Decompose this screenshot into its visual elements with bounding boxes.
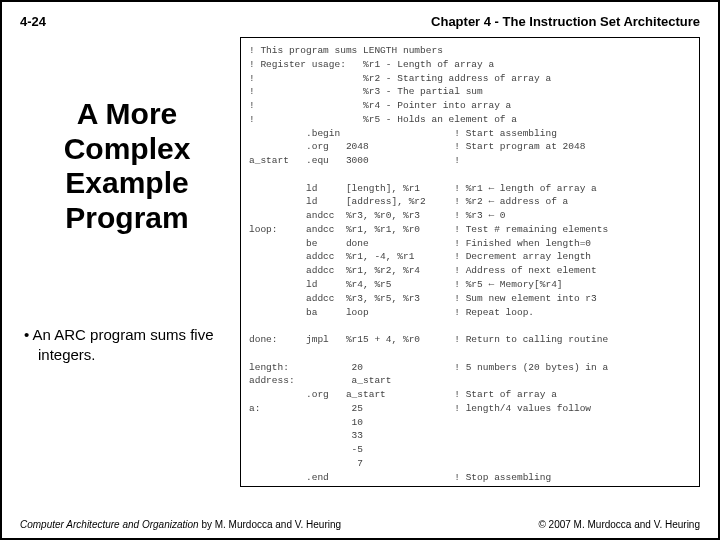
content-row: A More Complex Example Program An ARC pr… [20, 37, 700, 487]
title-line-2: Complex [64, 132, 191, 165]
page-number: 4-24 [20, 14, 46, 29]
title-line-1: A More [77, 97, 178, 130]
slide-frame: 4-24 Chapter 4 - The Instruction Set Arc… [0, 0, 720, 540]
book-authors: by M. Murdocca and V. Heuring [199, 519, 341, 530]
footer-copyright: © 2007 M. Murdocca and V. Heuring [538, 519, 700, 530]
title-line-4: Program [65, 201, 188, 234]
bullet-point: An ARC program sums five integers. [24, 325, 230, 364]
code-listing: ! This program sums LENGTH numbers ! Reg… [240, 37, 700, 487]
slide-header: 4-24 Chapter 4 - The Instruction Set Arc… [20, 14, 700, 29]
chapter-title: Chapter 4 - The Instruction Set Architec… [431, 14, 700, 29]
slide-title: A More Complex Example Program [24, 97, 230, 235]
left-column: A More Complex Example Program An ARC pr… [20, 37, 230, 487]
slide-footer: Computer Architecture and Organization b… [20, 519, 700, 530]
title-line-3: Example [65, 166, 188, 199]
footer-left: Computer Architecture and Organization b… [20, 519, 341, 530]
book-title: Computer Architecture and Organization [20, 519, 199, 530]
